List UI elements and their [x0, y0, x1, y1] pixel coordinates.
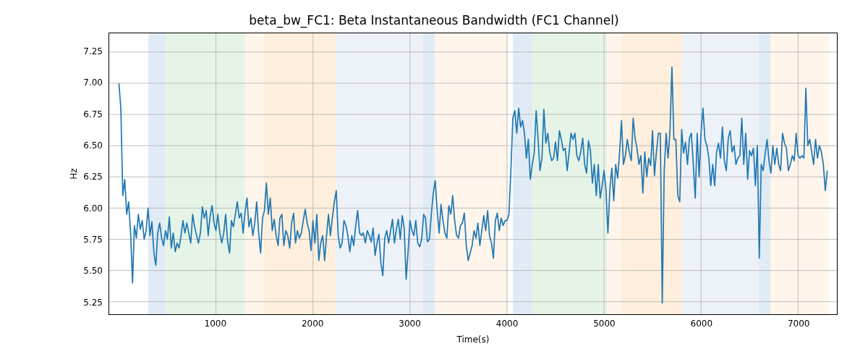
plot-svg	[109, 33, 837, 314]
y-axis-label-text: Hz	[69, 168, 79, 179]
figure-container: beta_bw_FC1: Beta Instantaneous Bandwidt…	[0, 0, 868, 362]
y-tick-label: 5.25	[83, 298, 103, 308]
y-tick-label: 6.00	[83, 203, 103, 214]
y-tick-label: 6.25	[83, 172, 103, 182]
y-tick-label: 5.50	[83, 266, 103, 276]
y-axis-label: Hz	[67, 33, 81, 315]
y-tick-label: 7.25	[83, 46, 103, 56]
plot-axes	[109, 33, 838, 315]
y-tick-label: 7.00	[83, 77, 103, 88]
grid-layer	[109, 33, 837, 314]
x-tick-label: 4000	[496, 319, 519, 329]
x-tick-label: 7000	[788, 319, 810, 329]
x-tick-label: 2000	[302, 319, 324, 329]
chart-title: beta_bw_FC1: Beta Instantaneous Bandwidt…	[0, 13, 868, 28]
data-series-line	[119, 67, 827, 303]
y-tick-label: 6.50	[83, 140, 103, 151]
x-axis-label: Time(s)	[109, 334, 838, 345]
x-tick-label: 5000	[593, 319, 616, 329]
x-tick-label: 3000	[399, 319, 421, 329]
y-tick-label: 6.75	[83, 109, 103, 119]
y-tick-label: 5.75	[83, 235, 103, 245]
line-layer	[119, 67, 827, 303]
x-tick-label: 6000	[691, 319, 713, 329]
x-tick-label: 1000	[205, 319, 227, 329]
